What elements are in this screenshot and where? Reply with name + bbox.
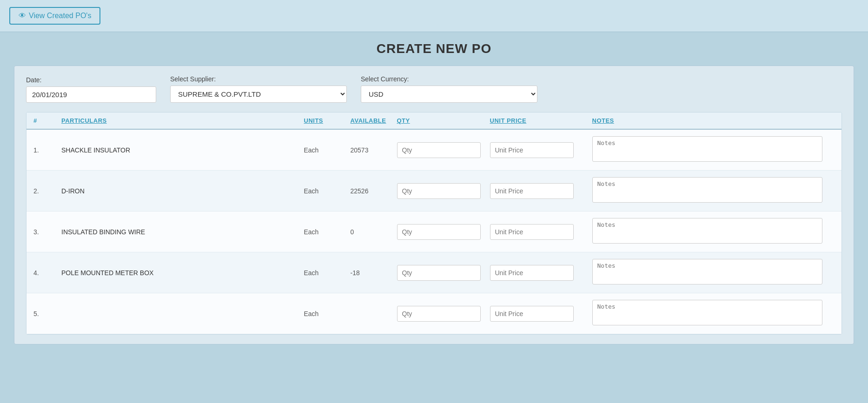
- row-units: Each: [304, 228, 351, 236]
- notes-textarea[interactable]: [592, 177, 822, 203]
- row-units: Each: [304, 310, 351, 317]
- row-unit-price: [490, 224, 592, 240]
- eye-icon: 👁: [19, 12, 26, 20]
- row-units: Each: [304, 146, 351, 154]
- col-header-notes: NOTES: [592, 117, 835, 124]
- supplier-label: Select Supplier:: [170, 75, 347, 83]
- table-row: 5. Each: [27, 293, 841, 334]
- main-content: CREATE NEW PO Date: Select Supplier: SUP…: [0, 32, 868, 354]
- col-header-available: AVAILABLE: [351, 117, 397, 124]
- supplier-group: Select Supplier: SUPREME & CO.PVT.LTD OT…: [170, 75, 347, 103]
- qty-input[interactable]: [397, 306, 481, 322]
- page-title: CREATE NEW PO: [14, 41, 854, 56]
- notes-textarea[interactable]: [592, 300, 822, 325]
- unit-price-input[interactable]: [490, 306, 574, 322]
- row-notes: [592, 218, 835, 245]
- col-header-unit-price: UNIT PRICE: [490, 117, 592, 124]
- qty-input[interactable]: [397, 142, 481, 158]
- table-row: 2. D-IRON Each 22526: [27, 171, 841, 211]
- notes-textarea[interactable]: [592, 136, 822, 162]
- unit-price-input[interactable]: [490, 224, 574, 240]
- row-unit-price: [490, 265, 592, 281]
- table-row: 3. INSULATED BINDING WIRE Each 0: [27, 211, 841, 252]
- row-notes: [592, 177, 835, 205]
- row-notes: [592, 136, 835, 164]
- row-name: INSULATED BINDING WIRE: [61, 228, 304, 236]
- row-qty: [397, 265, 490, 281]
- row-name: D-IRON: [61, 187, 304, 195]
- unit-price-input[interactable]: [490, 265, 574, 281]
- table-body: 1. SHACKLE INSULATOR Each 20573 2. D-IRO…: [27, 130, 841, 334]
- row-num: 4.: [33, 269, 61, 277]
- col-header-particulars: PARTICULARS: [61, 117, 304, 124]
- row-units: Each: [304, 187, 351, 195]
- row-num: 3.: [33, 228, 61, 236]
- col-header-num: #: [33, 117, 61, 124]
- date-label: Date:: [26, 76, 156, 84]
- notes-textarea[interactable]: [592, 218, 822, 244]
- table-row: 4. POLE MOUNTED METER BOX Each -18: [27, 252, 841, 293]
- row-name: POLE MOUNTED METER BOX: [61, 269, 304, 277]
- row-qty: [397, 183, 490, 199]
- row-name: SHACKLE INSULATOR: [61, 146, 304, 154]
- unit-price-input[interactable]: [490, 142, 574, 158]
- row-notes: [592, 259, 835, 286]
- row-unit-price: [490, 183, 592, 199]
- form-top-row: Date: Select Supplier: SUPREME & CO.PVT.…: [26, 75, 842, 103]
- unit-price-input[interactable]: [490, 183, 574, 199]
- items-table: # PARTICULARS UNITS AVAILABLE QTY UNIT P…: [26, 112, 842, 335]
- row-num: 5.: [33, 310, 61, 317]
- currency-label: Select Currency:: [361, 75, 537, 83]
- view-po-button-label: View Created PO's: [29, 12, 91, 20]
- date-group: Date:: [26, 76, 156, 103]
- form-container: Date: Select Supplier: SUPREME & CO.PVT.…: [14, 66, 854, 344]
- qty-input[interactable]: [397, 183, 481, 199]
- view-po-button[interactable]: 👁 View Created PO's: [9, 7, 100, 25]
- row-qty: [397, 142, 490, 158]
- currency-group: Select Currency: USD EUR GBP INR: [361, 75, 537, 103]
- row-notes: [592, 300, 835, 327]
- row-available: 20573: [351, 146, 397, 154]
- row-num: 1.: [33, 146, 61, 154]
- table-row: 1. SHACKLE INSULATOR Each 20573: [27, 130, 841, 171]
- row-unit-price: [490, 306, 592, 322]
- row-qty: [397, 306, 490, 322]
- row-unit-price: [490, 142, 592, 158]
- row-available: -18: [351, 269, 397, 277]
- top-bar: 👁 View Created PO's: [0, 0, 868, 32]
- row-qty: [397, 224, 490, 240]
- qty-input[interactable]: [397, 224, 481, 240]
- qty-input[interactable]: [397, 265, 481, 281]
- notes-textarea[interactable]: [592, 259, 822, 284]
- row-available: 22526: [351, 187, 397, 195]
- date-input[interactable]: [26, 86, 156, 103]
- row-units: Each: [304, 269, 351, 277]
- col-header-qty: QTY: [397, 117, 490, 124]
- col-header-units: UNITS: [304, 117, 351, 124]
- row-available: 0: [351, 228, 397, 236]
- currency-select[interactable]: USD EUR GBP INR: [361, 86, 537, 103]
- row-num: 2.: [33, 187, 61, 195]
- table-header: # PARTICULARS UNITS AVAILABLE QTY UNIT P…: [27, 112, 841, 130]
- supplier-select[interactable]: SUPREME & CO.PVT.LTD OTHER SUPPLIER: [170, 86, 347, 103]
